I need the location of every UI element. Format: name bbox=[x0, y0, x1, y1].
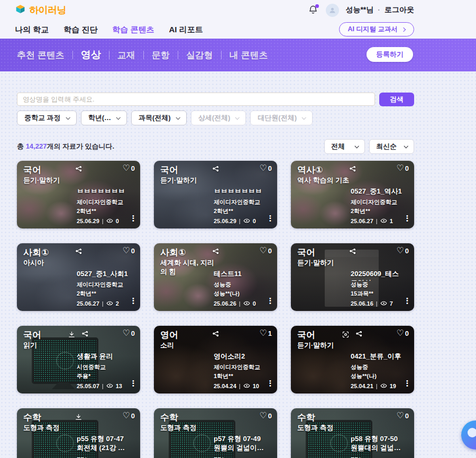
share-icon[interactable] bbox=[355, 331, 363, 339]
capture-icon[interactable] bbox=[342, 331, 350, 339]
more-menu-button[interactable]: ⋮ bbox=[129, 214, 138, 223]
card-body: ㅂㅂㅂㅂㅂㅂㅂㅂㅂㅂㅂㅂㅂㅂㅂㅂㅂㅂㅂㅂㅂㅂㅂ… 제이디자인중학교 2학년** … bbox=[214, 187, 266, 224]
share-icon[interactable] bbox=[75, 166, 83, 174]
nav-item-learning-content[interactable]: 학습 콘텐츠 bbox=[112, 25, 154, 35]
content-card[interactable]: 역사① 역사 학습의 기초 ♡0 0527_중1_역사1 제이디자인중학교 2학… bbox=[291, 161, 414, 228]
more-menu-button[interactable]: ⋮ bbox=[129, 296, 138, 306]
notification-bell-icon[interactable] bbox=[308, 4, 319, 16]
share-icon[interactable] bbox=[212, 248, 220, 257]
card-title: 0421_분류_이후 bbox=[351, 352, 402, 361]
like-count: 0 bbox=[131, 164, 135, 172]
tab-textbook[interactable]: 교재 bbox=[117, 49, 135, 61]
heart-icon: ♡ bbox=[259, 329, 267, 337]
content-card[interactable]: 국어 듣기·말하기 ♡0 ㅂㅂㅂㅂㅂㅂㅂㅂㅂㅂㅂㅂㅂㅂㅂㅂㅂㅂㅂㅂㅂㅂㅂ… 제이… bbox=[17, 161, 140, 228]
like-button[interactable]: ♡0 bbox=[122, 164, 135, 172]
more-menu-button[interactable]: ⋮ bbox=[403, 379, 411, 388]
content-card[interactable]: 사회① 아시아 ♡0 0527_중1_사회1 제이디자인중학교 2학년** 25… bbox=[17, 243, 140, 311]
like-button[interactable]: ♡0 bbox=[259, 164, 272, 172]
meta-separator: | bbox=[102, 383, 104, 389]
tab-questions[interactable]: 문항 bbox=[152, 49, 170, 61]
card-date: 25.06.27 bbox=[351, 218, 373, 224]
nav-item-my-school[interactable]: 나의 학교 bbox=[15, 25, 49, 35]
more-menu-button[interactable]: ⋮ bbox=[403, 296, 411, 306]
like-button[interactable]: ♡0 bbox=[396, 329, 409, 337]
share-icon[interactable] bbox=[81, 331, 89, 339]
card-subtitle: 세계화 시대, 지리의 힘 bbox=[160, 259, 219, 277]
content-card[interactable]: 국어 읽기 ♡0 생활과 윤리 시연중학교 주용* 25.05.07 | 13 … bbox=[17, 326, 140, 393]
card-meta: 25.06.29 | 0 bbox=[77, 217, 129, 224]
nav-item-ai-report[interactable]: AI 리포트 bbox=[169, 25, 203, 35]
like-button[interactable]: ♡0 bbox=[259, 246, 272, 255]
filter-grade[interactable]: 학년(… bbox=[81, 111, 127, 125]
card-school: 제이디자인중학교 bbox=[77, 281, 129, 289]
tab-divider bbox=[221, 51, 222, 59]
filter-course-level[interactable]: 중학교 과정 bbox=[17, 111, 77, 125]
heart-icon: ♡ bbox=[122, 329, 130, 337]
like-count: 1 bbox=[268, 329, 272, 337]
share-icon[interactable] bbox=[349, 248, 357, 257]
more-menu-button[interactable]: ⋮ bbox=[266, 214, 274, 223]
eye-icon bbox=[243, 217, 250, 224]
download-icon[interactable] bbox=[68, 331, 76, 339]
heart-icon: ♡ bbox=[122, 246, 130, 255]
card-title: 테스트11 bbox=[214, 270, 266, 279]
card-subtitle: 듣기·말하기 bbox=[297, 259, 356, 268]
logout-link[interactable]: 로그아웃 bbox=[385, 5, 414, 15]
tab-recommended[interactable]: 추천 콘텐츠 bbox=[17, 49, 65, 61]
tab-my-content[interactable]: 내 콘텐츠 bbox=[230, 49, 268, 61]
content-card[interactable]: 영어 소리 ♡1 영어소리2 제이디자인중학교 1학년** 25.04.24 |… bbox=[154, 326, 277, 393]
eye-icon bbox=[380, 300, 387, 307]
sort-dropdown[interactable]: 최신순 bbox=[369, 139, 414, 154]
share-icon[interactable] bbox=[75, 248, 83, 257]
card-date: 25.06.26 bbox=[214, 300, 236, 307]
card-view-count: 1 bbox=[390, 218, 393, 224]
tab-video[interactable]: 영상 bbox=[81, 48, 101, 62]
share-icon[interactable] bbox=[212, 166, 220, 174]
download-icon[interactable] bbox=[75, 413, 83, 422]
card-title: ㅂㅂㅂㅂㅂㅂㅂㅂㅂㅂㅂㅂㅂㅂㅂㅂㅂㅂㅂㅂㅂㅂㅂ… bbox=[214, 187, 266, 198]
filter-unit[interactable]: 대단원(전체) bbox=[250, 111, 313, 125]
eye-icon bbox=[243, 300, 250, 307]
card-body: 0421_분류_이후 성능중 성능**(나) 25.04.21 | 19 bbox=[351, 352, 402, 389]
share-icon[interactable] bbox=[349, 166, 357, 174]
card-subject: 수학 bbox=[160, 411, 178, 424]
ai-digital-textbook-button[interactable]: AI 디지털 교과서 bbox=[339, 22, 414, 36]
logo[interactable]: 하이러닝 bbox=[15, 4, 66, 17]
search-input[interactable] bbox=[17, 93, 375, 106]
scope-dropdown[interactable]: 전체 bbox=[324, 139, 365, 154]
card-view-count: 19 bbox=[390, 383, 396, 389]
content-card[interactable]: 수학 도형과 측정 ♡0 p57 유형 07-49 원뿔의 겉넓이와 부피 (2… bbox=[154, 408, 277, 458]
like-button[interactable]: ♡0 bbox=[259, 411, 272, 420]
like-button[interactable]: ♡0 bbox=[396, 164, 409, 172]
card-body: 테스트11 성능중 성능**(나) 25.06.26 | 0 bbox=[214, 270, 266, 307]
register-button[interactable]: 등록하기 bbox=[367, 47, 413, 62]
tab-immersive[interactable]: 실감형 bbox=[186, 49, 213, 61]
more-menu-button[interactable]: ⋮ bbox=[403, 214, 411, 223]
share-icon[interactable] bbox=[212, 331, 220, 339]
search-button[interactable]: 검색 bbox=[379, 93, 414, 106]
content-card[interactable]: 국어 듣기·말하기 ♡0 0421_분류_이후 성능중 성능**(나) 25.0… bbox=[291, 326, 414, 393]
more-menu-button[interactable]: ⋮ bbox=[266, 296, 274, 306]
avatar[interactable] bbox=[326, 4, 339, 17]
content-type-tabs: 추천 콘텐츠 영상 교재 문항 실감형 내 콘텐츠 bbox=[17, 48, 268, 62]
card-body: 20250609_테스트영상 성능중 15과목** 25.06.16 | 7 bbox=[351, 270, 402, 307]
card-body: p55 유형 07-47 회전체 (21강 원기둥, 원뿔, 원뿔… EB* bbox=[77, 435, 129, 458]
like-button[interactable]: ♡0 bbox=[122, 329, 135, 337]
like-button[interactable]: ♡1 bbox=[259, 329, 272, 337]
more-menu-button[interactable]: ⋮ bbox=[266, 379, 274, 388]
content-card[interactable]: 국어 듣기·말하기 ♡0 ㅂㅂㅂㅂㅂㅂㅂㅂㅂㅂㅂㅂㅂㅂㅂㅂㅂㅂㅂㅂㅂㅂㅂ… 제이… bbox=[154, 161, 277, 228]
content-area: 검색 중학교 과정 학년(… 과목(전체) 상세(전체) 대단원(전체) 총 1… bbox=[0, 71, 476, 458]
like-button[interactable]: ♡0 bbox=[396, 411, 409, 420]
more-menu-button[interactable]: ⋮ bbox=[129, 379, 138, 388]
like-button[interactable]: ♡0 bbox=[122, 411, 135, 420]
content-card[interactable]: 사회① 세계화 시대, 지리의 힘 ♡0 테스트11 성능중 성능**(나) 2… bbox=[154, 243, 277, 311]
like-button[interactable]: ♡0 bbox=[122, 246, 135, 255]
content-card[interactable]: 국어 듣기·말하기 ♡0 20250609_테스트영상 성능중 15과목** 2… bbox=[291, 243, 414, 311]
content-card[interactable]: 수학 도형과 측정 ♡0 p55 유형 07-47 회전체 (21강 원기둥, … bbox=[17, 408, 140, 458]
like-button[interactable]: ♡0 bbox=[396, 246, 409, 255]
nav-item-diagnosis[interactable]: 학습 진단 bbox=[63, 25, 97, 35]
filter-subject[interactable]: 과목(전체) bbox=[131, 111, 187, 125]
content-card[interactable]: 수학 도형과 측정 ♡0 p58 유형 07-50 원뿔대의 겉넓이 (21강 … bbox=[291, 408, 414, 458]
meta-separator: | bbox=[376, 218, 378, 224]
filter-detail[interactable]: 상세(전체) bbox=[191, 111, 246, 125]
